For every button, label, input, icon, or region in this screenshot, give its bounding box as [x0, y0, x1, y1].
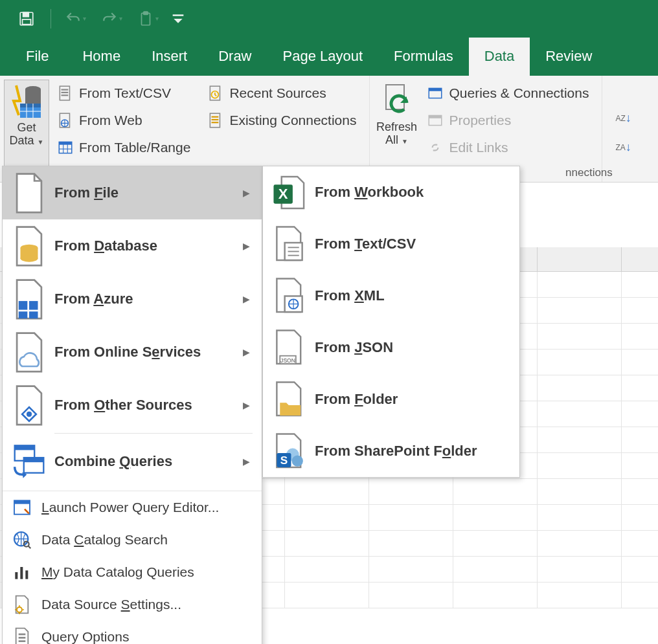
menu-item-launch-pq[interactable]: Launch Power Query Editor...: [3, 491, 262, 524]
link-icon: [427, 139, 444, 156]
chevron-right-icon: ▶: [243, 456, 250, 467]
from-table-range-label: From Table/Range: [79, 140, 190, 155]
textcsv-file-icon: [272, 225, 307, 263]
menu-label-data-source-settings: Data Source Settings...: [41, 597, 181, 612]
get-data-button[interactable]: GetData ▼: [4, 80, 49, 178]
menu-label-from-azure: From Azure: [54, 291, 243, 307]
submenu-item-from-sharepoint-folder[interactable]: S From SharePoint Folder: [263, 425, 519, 477]
from-file-submenu: X From Workbook From Text/CSV From XML J…: [262, 166, 520, 478]
submenu-label-json: From JSON: [315, 339, 508, 356]
tab-insert[interactable]: Insert: [136, 38, 203, 76]
submenu-item-from-folder[interactable]: From Folder: [263, 373, 519, 425]
svg-rect-58: [19, 640, 26, 642]
qat-customize-button[interactable]: [172, 6, 185, 31]
svg-rect-47: [24, 458, 44, 462]
separator: [51, 9, 51, 28]
submenu-label-folder: From Folder: [315, 391, 508, 408]
submenu-item-from-textcsv[interactable]: From Text/CSV: [263, 218, 519, 270]
tab-review[interactable]: Review: [530, 38, 607, 76]
menu-item-combine-queries[interactable]: Combine Queries ▶: [3, 435, 262, 488]
tab-data[interactable]: Data: [469, 38, 530, 76]
file-icon: [12, 173, 47, 212]
menu-footer: Launch Power Query Editor... Data Catalo…: [3, 491, 262, 644]
svg-rect-2: [23, 19, 31, 25]
recent-sources-button[interactable]: Recent Sources: [203, 82, 360, 104]
menu-item-from-azure[interactable]: From Azure ▶: [3, 272, 262, 326]
menu-item-from-file[interactable]: From File ▶: [3, 166, 262, 219]
submenu-item-from-workbook[interactable]: X From Workbook: [263, 166, 519, 218]
svg-rect-10: [20, 104, 41, 107]
folder-file-icon: [272, 380, 307, 419]
menu-label-query-options: Query Options: [41, 629, 129, 644]
svg-text:JSON: JSON: [280, 357, 295, 363]
svg-point-43: [27, 411, 32, 416]
svg-rect-42: [29, 311, 38, 318]
queries-connections-button[interactable]: Queries & Connections: [423, 82, 593, 104]
tab-file[interactable]: File: [13, 38, 67, 76]
from-text-csv-button[interactable]: From Text/CSV: [53, 82, 194, 104]
sort-desc-button[interactable]: ZA↓: [615, 140, 630, 154]
svg-rect-30: [212, 122, 219, 123]
recent-file-icon: [207, 85, 224, 102]
svg-rect-35: [429, 115, 442, 118]
connections-file-icon: [207, 112, 224, 129]
combine-queries-icon: [12, 442, 47, 481]
azure-file-icon: [12, 280, 47, 318]
from-table-range-button[interactable]: From Table/Range: [53, 137, 194, 159]
globe-file-icon: [57, 112, 74, 129]
grid-icon: [427, 85, 444, 102]
refresh-icon: [381, 82, 412, 118]
svg-rect-4: [143, 12, 148, 14]
get-data-label-2: Data: [10, 134, 34, 147]
ribbon-tabs: File Home Insert Draw Page Layout Formul…: [0, 37, 658, 76]
redo-button[interactable]: [99, 6, 124, 31]
menu-item-query-options[interactable]: Query Options: [3, 621, 262, 644]
menu-separator: [54, 433, 253, 434]
submenu-item-from-json[interactable]: JSON From JSON: [263, 322, 519, 373]
file-gear-icon: [12, 594, 32, 615]
svg-rect-45: [15, 445, 35, 450]
other-sources-file-icon: [12, 386, 47, 425]
properties-icon: [427, 112, 444, 129]
file-checklist-icon: [12, 627, 32, 644]
svg-point-55: [17, 607, 22, 612]
submenu-item-from-xml[interactable]: From XML: [263, 270, 519, 322]
svg-rect-56: [19, 634, 26, 636]
tab-draw[interactable]: Draw: [203, 38, 267, 76]
menu-label-launch-pq: Launch Power Query Editor...: [41, 500, 219, 515]
tab-formulas[interactable]: Formulas: [378, 38, 469, 76]
svg-rect-5: [173, 14, 184, 16]
menu-item-from-online-services[interactable]: From Online Services ▶: [3, 326, 262, 379]
tab-home[interactable]: Home: [67, 38, 136, 76]
undo-button[interactable]: [63, 6, 87, 31]
menu-label-from-other: From Other Sources: [54, 397, 243, 414]
svg-rect-17: [62, 94, 69, 96]
menu-item-from-database[interactable]: From Database ▶: [3, 219, 262, 272]
xml-file-icon: [272, 276, 307, 315]
tab-page-layout[interactable]: Page Layout: [267, 38, 379, 76]
paste-button[interactable]: [135, 6, 160, 31]
menu-item-from-other-sources[interactable]: From Other Sources ▶: [3, 379, 262, 432]
menu-item-data-source-settings[interactable]: Data Source Settings...: [3, 588, 262, 621]
sort-asc-button[interactable]: AZ↓: [615, 111, 630, 125]
svg-rect-15: [62, 89, 69, 91]
sharepoint-file-icon: S: [272, 432, 307, 471]
menu-label-catalog-search: Data Catalog Search: [41, 532, 168, 548]
menu-item-catalog-search[interactable]: Data Catalog Search: [3, 524, 262, 556]
svg-rect-40: [29, 301, 38, 309]
existing-connections-label: Existing Connections: [229, 113, 356, 128]
svg-rect-29: [212, 119, 219, 120]
menu-label-from-online: From Online Services: [54, 344, 243, 361]
refresh-label-1: Refresh: [376, 120, 417, 133]
save-button[interactable]: [14, 6, 39, 31]
svg-text:X: X: [278, 186, 288, 202]
refresh-all-button[interactable]: RefreshAll ▼: [374, 80, 419, 178]
svg-rect-39: [19, 301, 27, 309]
from-web-button[interactable]: From Web: [53, 109, 194, 131]
menu-label-combine: Combine Queries: [54, 453, 243, 470]
submenu-label-workbook: From Workbook: [315, 184, 508, 201]
submenu-label-sharepoint: From SharePoint Folder: [315, 443, 508, 460]
menu-item-my-catalog[interactable]: My Data Catalog Queries: [3, 556, 262, 588]
globe-search-icon: [12, 529, 32, 550]
existing-connections-button[interactable]: Existing Connections: [203, 109, 360, 131]
